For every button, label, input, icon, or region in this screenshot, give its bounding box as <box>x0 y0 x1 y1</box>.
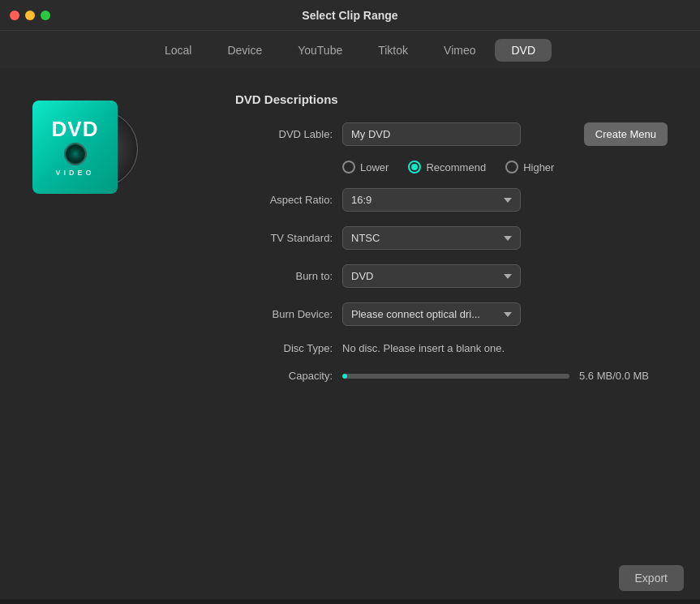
radio-lower-label: Lower <box>360 161 389 173</box>
radio-lower[interactable]: Lower <box>342 161 389 173</box>
disc-type-row: Disc Type: No disc. Please insert a blan… <box>235 341 668 355</box>
dvd-disc-small <box>64 143 87 165</box>
tv-standard-field: NTSC PAL <box>342 226 668 250</box>
capacity-bar-fill <box>342 374 347 379</box>
main-content: DVD VIDEO DVD Descriptions DVD Lable: Cr… <box>0 68 700 599</box>
burn-device-field: Please connect optical dri... <box>342 302 668 326</box>
dvd-label-row: DVD Lable: Create Menu <box>235 122 668 146</box>
burn-device-select[interactable]: Please connect optical dri... <box>342 302 521 326</box>
tv-standard-label: TV Standard: <box>235 232 333 244</box>
dvd-main-label: DVD <box>52 118 99 139</box>
export-button[interactable]: Export <box>619 565 684 591</box>
burn-device-label: Burn Device: <box>235 308 333 320</box>
tab-vimeo[interactable]: Vimeo <box>427 39 492 62</box>
radio-recommend[interactable]: Recommend <box>408 161 486 173</box>
content-wrapper: DVD VIDEO DVD Descriptions DVD Lable: Cr… <box>16 84 684 583</box>
tab-local[interactable]: Local <box>148 39 208 62</box>
disc-type-field: No disc. Please insert a blank one. <box>342 341 668 355</box>
minimize-button[interactable] <box>25 11 35 20</box>
left-panel: DVD VIDEO <box>16 84 195 583</box>
radio-circle-lower <box>342 161 355 173</box>
tab-youtube[interactable]: YouTube <box>281 39 359 62</box>
dvd-label-label: DVD Lable: <box>235 128 333 140</box>
dvd-label-field <box>342 122 574 146</box>
radio-circle-recommend <box>408 161 421 173</box>
dvd-label-input[interactable] <box>342 122 521 146</box>
capacity-row: Capacity: 5.6 MB/0.0 MB <box>235 370 668 382</box>
aspect-ratio-label: Aspect Ratio: <box>235 194 333 206</box>
aspect-ratio-row: Aspect Ratio: 16:9 4:3 <box>235 188 668 212</box>
tab-device[interactable]: Device <box>211 39 278 62</box>
dvd-cover: DVD VIDEO <box>32 101 138 198</box>
title-bar: Select Clip Range <box>0 0 700 31</box>
quality-radio-row: Lower Recommend Higher <box>342 161 668 173</box>
capacity-label: Capacity: <box>235 370 333 382</box>
right-panel: DVD Descriptions DVD Lable: Create Menu … <box>219 84 684 583</box>
tv-standard-select[interactable]: NTSC PAL <box>342 226 521 250</box>
burn-to-field: DVD Blu-ray <box>342 264 668 288</box>
burn-device-row: Burn Device: Please connect optical dri.… <box>235 302 668 326</box>
burn-to-row: Burn to: DVD Blu-ray <box>235 264 668 288</box>
capacity-value: 5.6 MB/0.0 MB <box>579 370 649 382</box>
window-title: Select Clip Range <box>302 9 397 22</box>
disc-type-label: Disc Type: <box>235 342 333 354</box>
section-title: DVD Descriptions <box>235 92 668 106</box>
aspect-ratio-select[interactable]: 16:9 4:3 <box>342 188 521 212</box>
dvd-video-label: VIDEO <box>55 169 94 177</box>
dvd-box: DVD VIDEO <box>32 101 118 194</box>
create-menu-button[interactable]: Create Menu <box>584 122 668 146</box>
tab-dvd[interactable]: DVD <box>495 39 552 62</box>
radio-circle-higher <box>505 161 518 173</box>
traffic-lights <box>10 11 50 20</box>
tab-bar: Local Device YouTube Tiktok Vimeo DVD <box>0 31 700 68</box>
tv-standard-row: TV Standard: NTSC PAL <box>235 226 668 250</box>
radio-recommend-label: Recommend <box>426 161 486 173</box>
burn-to-label: Burn to: <box>235 270 333 282</box>
tab-tiktok[interactable]: Tiktok <box>362 39 424 62</box>
radio-higher-label: Higher <box>523 161 554 173</box>
disc-type-value: No disc. Please insert a blank one. <box>342 342 505 354</box>
radio-dot-recommend <box>411 164 418 170</box>
maximize-button[interactable] <box>41 11 50 20</box>
burn-to-select[interactable]: DVD Blu-ray <box>342 264 521 288</box>
aspect-ratio-field: 16:9 4:3 <box>342 188 668 212</box>
radio-higher[interactable]: Higher <box>505 161 554 173</box>
capacity-bar-wrap <box>342 374 569 379</box>
close-button[interactable] <box>10 11 19 20</box>
